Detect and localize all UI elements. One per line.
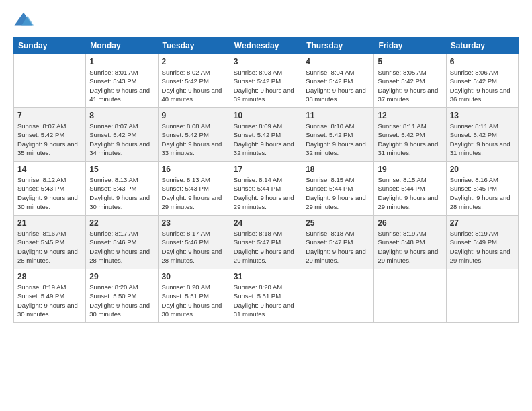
calendar-cell: 4Sunrise: 8:04 AMSunset: 5:42 PMDaylight… [302, 54, 374, 108]
calendar-cell: 1Sunrise: 8:01 AMSunset: 5:43 PMDaylight… [86, 54, 158, 108]
cell-info: Sunrise: 8:08 AMSunset: 5:42 PMDaylight:… [162, 122, 226, 157]
cell-info: Sunrise: 8:07 AMSunset: 5:42 PMDaylight:… [89, 122, 154, 157]
cell-info: Sunrise: 8:07 AMSunset: 5:42 PMDaylight:… [17, 122, 82, 157]
calendar-cell: 29Sunrise: 8:20 AMSunset: 5:50 PMDayligh… [86, 269, 158, 323]
cell-date: 31 [234, 272, 298, 281]
page: SundayMondayTuesdayWednesdayThursdayFrid… [0, 0, 532, 411]
cell-date: 16 [162, 165, 226, 174]
cell-date: 12 [378, 111, 442, 120]
calendar-week-2: 14Sunrise: 8:12 AMSunset: 5:43 PMDayligh… [14, 162, 519, 216]
cell-date: 4 [306, 57, 370, 66]
cell-info: Sunrise: 8:11 AMSunset: 5:42 PMDaylight:… [450, 122, 515, 157]
calendar-cell: 31Sunrise: 8:20 AMSunset: 5:51 PMDayligh… [230, 269, 302, 323]
calendar-cell: 8Sunrise: 8:07 AMSunset: 5:42 PMDaylight… [86, 108, 158, 162]
calendar-cell: 15Sunrise: 8:13 AMSunset: 5:43 PMDayligh… [86, 162, 158, 216]
calendar-week-1: 7Sunrise: 8:07 AMSunset: 5:42 PMDaylight… [14, 108, 519, 162]
calendar-cell [446, 269, 518, 323]
cell-date: 30 [162, 272, 226, 281]
cell-date: 1 [89, 57, 154, 66]
cell-info: Sunrise: 8:02 AMSunset: 5:42 PMDaylight:… [162, 68, 226, 103]
cell-info: Sunrise: 8:20 AMSunset: 5:51 PMDaylight:… [234, 283, 298, 318]
cell-info: Sunrise: 8:20 AMSunset: 5:50 PMDaylight:… [89, 283, 154, 318]
calendar-cell: 26Sunrise: 8:19 AMSunset: 5:48 PMDayligh… [374, 216, 446, 269]
cell-date: 27 [450, 218, 515, 228]
cell-info: Sunrise: 8:09 AMSunset: 5:42 PMDaylight:… [234, 122, 298, 157]
cell-info: Sunrise: 8:15 AMSunset: 5:44 PMDaylight:… [378, 175, 442, 211]
cell-info: Sunrise: 8:13 AMSunset: 5:43 PMDaylight:… [162, 175, 226, 211]
calendar-cell: 16Sunrise: 8:13 AMSunset: 5:43 PMDayligh… [158, 162, 230, 216]
day-header-sunday: Sunday [14, 38, 86, 54]
cell-info: Sunrise: 8:12 AMSunset: 5:43 PMDaylight:… [17, 175, 82, 211]
calendar-cell [302, 269, 374, 323]
cell-date: 13 [450, 111, 515, 120]
cell-info: Sunrise: 8:19 AMSunset: 5:48 PMDaylight:… [378, 229, 442, 265]
cell-date: 19 [378, 165, 442, 174]
cell-info: Sunrise: 8:05 AMSunset: 5:42 PMDaylight:… [378, 68, 442, 103]
calendar-cell: 2Sunrise: 8:02 AMSunset: 5:42 PMDaylight… [158, 54, 230, 108]
cell-date: 6 [450, 57, 515, 66]
cell-date: 20 [450, 165, 515, 174]
cell-info: Sunrise: 8:10 AMSunset: 5:42 PMDaylight:… [306, 122, 370, 157]
calendar-cell: 9Sunrise: 8:08 AMSunset: 5:42 PMDaylight… [158, 108, 230, 162]
calendar-cell: 22Sunrise: 8:17 AMSunset: 5:46 PMDayligh… [86, 216, 158, 269]
calendar-cell: 6Sunrise: 8:06 AMSunset: 5:42 PMDaylight… [446, 54, 518, 108]
calendar-cell: 19Sunrise: 8:15 AMSunset: 5:44 PMDayligh… [374, 162, 446, 216]
calendar-cell: 13Sunrise: 8:11 AMSunset: 5:42 PMDayligh… [446, 108, 518, 162]
calendar-cell [14, 54, 86, 108]
cell-date: 22 [89, 218, 154, 228]
cell-date: 10 [234, 111, 298, 120]
cell-date: 26 [378, 218, 442, 228]
cell-info: Sunrise: 8:18 AMSunset: 5:47 PMDaylight:… [234, 229, 298, 265]
day-header-tuesday: Tuesday [158, 38, 230, 54]
cell-date: 15 [89, 165, 154, 174]
logo-icon [13, 10, 34, 30]
calendar-cell [374, 269, 446, 323]
cell-date: 5 [378, 57, 442, 66]
calendar-cell: 30Sunrise: 8:20 AMSunset: 5:51 PMDayligh… [158, 269, 230, 323]
cell-info: Sunrise: 8:16 AMSunset: 5:45 PMDaylight:… [450, 175, 515, 211]
cell-info: Sunrise: 8:14 AMSunset: 5:44 PMDaylight:… [234, 175, 298, 211]
cell-date: 14 [17, 165, 82, 174]
calendar-week-4: 28Sunrise: 8:19 AMSunset: 5:49 PMDayligh… [14, 269, 519, 323]
calendar-week-3: 21Sunrise: 8:16 AMSunset: 5:45 PMDayligh… [14, 216, 519, 269]
calendar-cell: 5Sunrise: 8:05 AMSunset: 5:42 PMDaylight… [374, 54, 446, 108]
day-header-wednesday: Wednesday [230, 38, 302, 54]
calendar-cell: 27Sunrise: 8:19 AMSunset: 5:49 PMDayligh… [446, 216, 518, 269]
cell-info: Sunrise: 8:20 AMSunset: 5:51 PMDaylight:… [162, 283, 226, 318]
day-header-saturday: Saturday [446, 38, 518, 54]
cell-date: 24 [234, 218, 298, 228]
cell-date: 28 [17, 272, 82, 281]
calendar-cell: 21Sunrise: 8:16 AMSunset: 5:45 PMDayligh… [14, 216, 86, 269]
cell-date: 11 [306, 111, 370, 120]
header [13, 10, 519, 30]
cell-date: 18 [306, 165, 370, 174]
cell-info: Sunrise: 8:03 AMSunset: 5:42 PMDaylight:… [234, 68, 298, 103]
cell-date: 17 [234, 165, 298, 174]
cell-date: 29 [89, 272, 154, 281]
calendar-cell: 7Sunrise: 8:07 AMSunset: 5:42 PMDaylight… [14, 108, 86, 162]
calendar-cell: 24Sunrise: 8:18 AMSunset: 5:47 PMDayligh… [230, 216, 302, 269]
cell-date: 3 [234, 57, 298, 66]
calendar-cell: 12Sunrise: 8:11 AMSunset: 5:42 PMDayligh… [374, 108, 446, 162]
calendar-cell: 14Sunrise: 8:12 AMSunset: 5:43 PMDayligh… [14, 162, 86, 216]
cell-date: 23 [162, 218, 226, 228]
cell-info: Sunrise: 8:18 AMSunset: 5:47 PMDaylight:… [306, 229, 370, 265]
calendar-cell: 18Sunrise: 8:15 AMSunset: 5:44 PMDayligh… [302, 162, 374, 216]
calendar-cell: 23Sunrise: 8:17 AMSunset: 5:46 PMDayligh… [158, 216, 230, 269]
cell-date: 9 [162, 111, 226, 120]
cell-info: Sunrise: 8:11 AMSunset: 5:42 PMDaylight:… [378, 122, 442, 157]
calendar-cell: 10Sunrise: 8:09 AMSunset: 5:42 PMDayligh… [230, 108, 302, 162]
cell-date: 21 [17, 218, 82, 228]
cell-date: 25 [306, 218, 370, 228]
cell-info: Sunrise: 8:13 AMSunset: 5:43 PMDaylight:… [89, 175, 154, 211]
cell-date: 8 [89, 111, 154, 120]
cell-info: Sunrise: 8:19 AMSunset: 5:49 PMDaylight:… [450, 229, 515, 265]
cell-info: Sunrise: 8:04 AMSunset: 5:42 PMDaylight:… [306, 68, 370, 103]
calendar-cell: 28Sunrise: 8:19 AMSunset: 5:49 PMDayligh… [14, 269, 86, 323]
day-header-friday: Friday [374, 38, 446, 54]
logo [13, 10, 36, 30]
calendar-cell: 20Sunrise: 8:16 AMSunset: 5:45 PMDayligh… [446, 162, 518, 216]
cell-info: Sunrise: 8:15 AMSunset: 5:44 PMDaylight:… [306, 175, 370, 211]
calendar: SundayMondayTuesdayWednesdayThursdayFrid… [13, 37, 519, 323]
cell-info: Sunrise: 8:16 AMSunset: 5:45 PMDaylight:… [17, 229, 82, 265]
